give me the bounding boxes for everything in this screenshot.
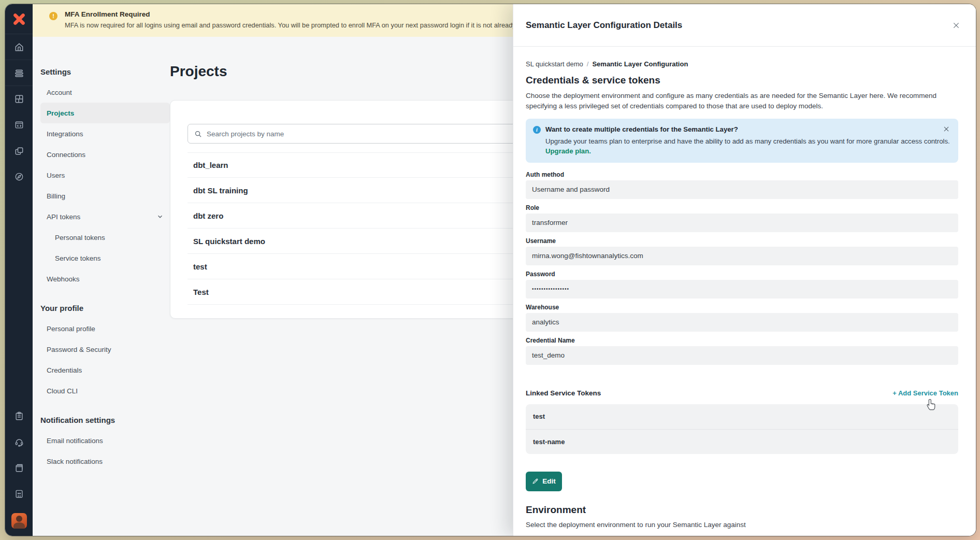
semantic-layer-panel: Semantic Layer Configuration Details SL … <box>513 4 976 536</box>
app-window: ! MFA Enrollment Required MFA is now req… <box>5 4 976 536</box>
sidebar-item-api-tokens[interactable]: API tokens <box>40 206 170 227</box>
sidebar-item-integrations[interactable]: Integrations <box>40 123 170 144</box>
notification-section-title: Notification settings <box>40 416 170 425</box>
deploy-icon[interactable] <box>5 60 33 86</box>
dashboards-icon[interactable] <box>5 86 33 112</box>
credential-fields: Auth method Username and password Role t… <box>526 171 958 365</box>
breadcrumb: SL quickstart demo/Semantic Layer Config… <box>526 60 958 68</box>
panel-body: SL quickstart demo/Semantic Layer Config… <box>513 47 976 529</box>
info-banner-title: Want to create multiple credentials for … <box>545 125 950 133</box>
field-label-role: Role <box>526 204 958 211</box>
info-banner-body: Upgrade your teams plan to enterprise an… <box>545 137 950 145</box>
settings-nav-title: Settings <box>40 67 170 77</box>
sidebar-item-personal-profile[interactable]: Personal profile <box>40 318 170 339</box>
sidebar-item-personal-tokens[interactable]: Personal tokens <box>40 227 170 248</box>
breadcrumb-current: Semantic Layer Configuration <box>592 60 688 68</box>
organization-icon[interactable] <box>5 481 33 507</box>
info-icon: i <box>533 126 541 134</box>
field-value-credential-name: test_demo <box>526 346 958 365</box>
projects-search <box>188 124 550 144</box>
add-service-token-button[interactable]: + Add Service Token <box>892 389 958 397</box>
profile-section-title: Your profile <box>40 304 170 313</box>
chevron-down-icon <box>156 213 164 220</box>
sidebar-item-service-tokens[interactable]: Service tokens <box>40 248 170 268</box>
page-title: Projects <box>170 63 227 80</box>
field-value-warehouse: analytics <box>526 313 958 332</box>
sidebar-item-cloud-cli[interactable]: Cloud CLI <box>40 380 170 401</box>
panel-header: Semantic Layer Configuration Details <box>513 4 976 47</box>
sidebar-item-projects[interactable]: Projects <box>40 103 170 123</box>
pencil-icon <box>532 478 539 485</box>
sidebar-item-account[interactable]: Account <box>40 82 170 103</box>
environment-section-title: Environment <box>526 504 958 516</box>
explore-icon[interactable] <box>5 164 33 190</box>
search-input[interactable] <box>207 130 543 138</box>
sidebar-item-password-security[interactable]: Password & Security <box>40 339 170 360</box>
settings-nav: Settings Account Projects Integrations C… <box>40 67 170 472</box>
warning-icon: ! <box>49 12 57 20</box>
field-value-password: •••••••••••••••• <box>526 280 958 299</box>
sidebar-item-slack-notifications[interactable]: Slack notifications <box>40 451 170 472</box>
info-banner-close-icon[interactable] <box>943 125 950 133</box>
credentials-section-title: Credentials & service tokens <box>526 75 958 86</box>
field-value-username: mirna.wong@fishtownanalytics.com <box>526 247 958 265</box>
credentials-section-desc: Choose the deployment environment and co… <box>526 91 958 111</box>
field-label-credential-name: Credential Name <box>526 337 958 344</box>
home-icon[interactable] <box>5 34 33 60</box>
search-icon <box>194 130 202 138</box>
sidebar-item-connections[interactable]: Connections <box>40 144 170 165</box>
service-token-row[interactable]: test-name <box>526 429 958 454</box>
field-value-auth-method: Username and password <box>526 180 958 199</box>
panel-title: Semantic Layer Configuration Details <box>526 20 682 31</box>
docs-icon[interactable] <box>5 455 33 481</box>
linked-service-tokens-title: Linked Service Tokens <box>526 389 601 397</box>
field-label-username: Username <box>526 237 958 245</box>
service-token-row[interactable]: test <box>526 404 958 429</box>
upgrade-info-banner: i Want to create multiple credentials fo… <box>526 119 958 163</box>
field-label-auth-method: Auth method <box>526 171 958 178</box>
sidebar-item-webhooks[interactable]: Webhooks <box>40 268 170 289</box>
notes-icon[interactable] <box>5 403 33 429</box>
field-label-password: Password <box>526 271 958 278</box>
field-value-role: transformer <box>526 214 958 232</box>
close-icon[interactable] <box>952 21 960 30</box>
duplicate-icon[interactable] <box>5 138 33 164</box>
develop-ide-icon[interactable] <box>5 112 33 138</box>
field-label-warehouse: Warehouse <box>526 304 958 311</box>
dbt-logo-icon[interactable] <box>5 4 33 34</box>
sidebar-item-email-notifications[interactable]: Email notifications <box>40 430 170 451</box>
support-headset-icon[interactable] <box>5 429 33 455</box>
service-token-list: test test-name <box>526 404 958 454</box>
sidebar-item-credentials[interactable]: Credentials <box>40 360 170 380</box>
nav-rail <box>5 4 33 536</box>
sidebar-item-billing[interactable]: Billing <box>40 186 170 206</box>
edit-button[interactable]: Edit <box>526 472 562 491</box>
sidebar-item-users[interactable]: Users <box>40 165 170 186</box>
user-avatar[interactable] <box>11 513 27 529</box>
upgrade-plan-link[interactable]: Upgrade plan. <box>545 147 591 155</box>
environment-section-desc: Select the deployment environment to run… <box>526 521 958 529</box>
breadcrumb-parent[interactable]: SL quickstart demo <box>526 60 583 68</box>
